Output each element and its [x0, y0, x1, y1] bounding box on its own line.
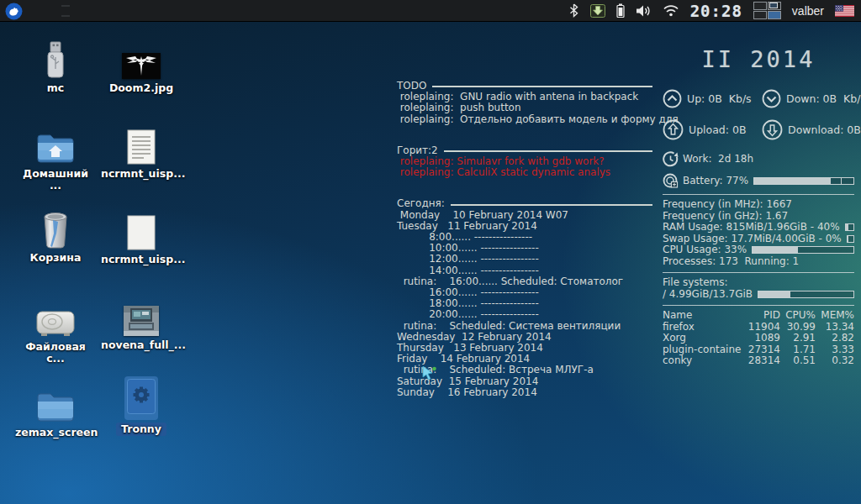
desktop-icon-label: zemax_screen: [15, 427, 96, 438]
swap-usage-row: Swap Usage: 17.7MiB/4.00GiB - 0%: [663, 234, 854, 245]
workspace-window-icon: [769, 3, 778, 8]
distro-logo-icon: [5, 3, 23, 20]
todo-line: 20:00...... ----------------: [397, 309, 652, 320]
desktop-icon-label: Домашний ...: [15, 168, 96, 192]
desktop-icon-ncrmnt-doc2[interactable]: ncrmnt_uisp...: [101, 212, 182, 265]
keyboard-layout-flag-icon[interactable]: [835, 5, 854, 17]
workspace-1[interactable]: [753, 2, 767, 10]
todo-line: roleplaing: Отдельно добавить модель и ф…: [397, 114, 652, 125]
divider: [663, 194, 854, 195]
desktop-icon-home-folder[interactable]: Домашний ...: [15, 126, 96, 192]
ram-usage-row: RAM Usage: 815MiB/1.96GiB - 40%: [663, 222, 854, 234]
desktop-icon-mc[interactable]: mc: [15, 40, 96, 94]
process-table: NamePIDCPU%MEM%firefox1190430.9913.34Xor…: [663, 310, 854, 367]
workspace-switcher[interactable]: [753, 2, 781, 19]
desktop-icon-filesystem[interactable]: Файловая с...: [15, 299, 96, 365]
filesystem-bar: [758, 291, 854, 298]
process-table-header: NamePIDCPU%MEM%: [663, 310, 854, 322]
bluetooth-icon[interactable]: [568, 3, 579, 18]
mouse-cursor: [421, 366, 438, 381]
software-updater-icon[interactable]: [590, 4, 605, 18]
battery-bar: [753, 177, 854, 185]
stats-section: Frequency (in MHz): 1667 Frequency (in G…: [663, 199, 854, 267]
battery-icon[interactable]: [616, 3, 625, 18]
todo-section-header: Сегодня:: [397, 198, 652, 209]
folder-icon: [35, 390, 76, 423]
wifi-icon[interactable]: [663, 4, 679, 17]
todo-line: rutina: Scheduled: Система вентиляции: [397, 321, 652, 332]
blank-document-icon: [127, 215, 156, 250]
download-total-label: Download: 0B: [788, 123, 861, 136]
home-folder-icon: [35, 131, 76, 165]
divider: [663, 272, 854, 273]
process-row: plugin-containe273141.713.33: [663, 344, 854, 356]
desktop-icon-label: novena_full_...: [101, 339, 182, 351]
cpu-bar: [752, 246, 854, 254]
applications-menu-button[interactable]: [5, 3, 23, 20]
todo-alert-line: roleplaing: CalculiX static dynamic anal…: [397, 167, 652, 178]
desktop-icon-label: Tronny: [116, 423, 166, 436]
application-gear-icon: [127, 379, 156, 414]
process-row: conky283140.510.32: [663, 355, 854, 367]
trash-icon: [40, 210, 71, 249]
desktop-root: { "panel": { "clock": "20:28", "username…: [0, 0, 861, 504]
down-speed-label: Down: 0B Kb/s: [786, 92, 861, 105]
battery-monitor-icon: [663, 173, 679, 189]
up-speed-icon: [663, 89, 682, 108]
up-speed-label: Up: 0B Kb/s: [687, 92, 752, 105]
desktop-icon-doom2[interactable]: Doom2.jpg: [101, 40, 182, 94]
username-label[interactable]: valber: [792, 4, 824, 18]
novena-photo-thumbnail: [124, 306, 159, 336]
desktop-icon-ncrmnt-doc1[interactable]: ncrmnt_uisp...: [101, 126, 182, 180]
todo-calendar-widget: TODO roleplaing: GNU radio with antena i…: [397, 81, 652, 398]
usb-drive-icon: [41, 40, 70, 79]
desktop-icon-label: Корзина: [15, 252, 96, 264]
todo-line: Monday 10 February 2014 W07: [397, 210, 652, 221]
volume-icon[interactable]: [636, 4, 652, 18]
ram-bar: [845, 223, 854, 231]
top-panel: 20:28 valber: [0, 0, 861, 22]
selection-highlight: [124, 376, 158, 420]
desktop-icon-trash[interactable]: Корзина: [15, 210, 96, 264]
process-row: firefox1190430.9913.34: [663, 322, 854, 333]
filesystems-header: File systems:: [663, 277, 854, 289]
desktop-icon-label: ncrmnt_uisp...: [101, 168, 182, 180]
cpu-usage-row: CPU Usage: 33%: [663, 244, 854, 256]
processes-row: Processes: 173 Running: 1: [663, 256, 854, 268]
panel-separator: [61, 5, 70, 17]
desktop-icon-tronny[interactable]: Tronny: [101, 381, 182, 436]
filesystem-root-row: / 4.99GiB/13.7GiB: [663, 289, 854, 301]
work-uptime-label: Work: 2d 18h: [683, 154, 753, 165]
todo-line: 14:00...... ----------------: [397, 265, 652, 276]
net-down-row: Down: 0B Kb/s: [762, 89, 861, 108]
freq-ghz-row: Frequency (in GHz): 1.67: [663, 211, 854, 223]
battery-row: Battery: 77%: [663, 173, 854, 189]
net-up-row: Up: 0B Kb/s: [663, 89, 762, 108]
battery-label: Battery: 77%: [683, 176, 748, 187]
upload-total-label: Upload: 0B: [689, 123, 747, 136]
panel-clock[interactable]: 20:28: [690, 2, 742, 20]
work-uptime-row: Work: 2d 18h: [663, 151, 854, 167]
workspace-4-active[interactable]: [768, 11, 781, 19]
desktop-icon-novena[interactable]: novena_full_...: [101, 297, 182, 351]
network-stats: Up: 0B Kb/s Down: 0B Kb/s Upload: 0B Dow…: [663, 89, 854, 140]
desktop-icon-label: Doom2.jpg: [101, 82, 182, 94]
month-year-title: II 2014: [663, 46, 854, 72]
desktop-icon-zemax-screen[interactable]: zemax_screen: [15, 385, 96, 438]
todo-line: roleplaing: push button: [397, 102, 652, 113]
down-speed-icon: [762, 89, 781, 108]
divider: [663, 305, 854, 306]
hard-disk-icon: [35, 309, 76, 338]
todo-line: Sunday 16 February 2014: [397, 387, 652, 398]
desktop-icon-label: Файловая с...: [15, 341, 96, 365]
download-total-icon: [762, 119, 783, 140]
desktop-icon-label: mc: [15, 82, 96, 94]
text-document-icon: [127, 129, 156, 165]
workspace-2[interactable]: [768, 2, 781, 10]
uptime-clock-icon: [663, 151, 679, 167]
net-download-row: Download: 0B: [762, 119, 861, 140]
doom2-image-thumbnail: [122, 53, 161, 79]
todo-gap: [397, 178, 652, 198]
todo-gap: [397, 125, 652, 145]
workspace-3[interactable]: [753, 11, 767, 19]
